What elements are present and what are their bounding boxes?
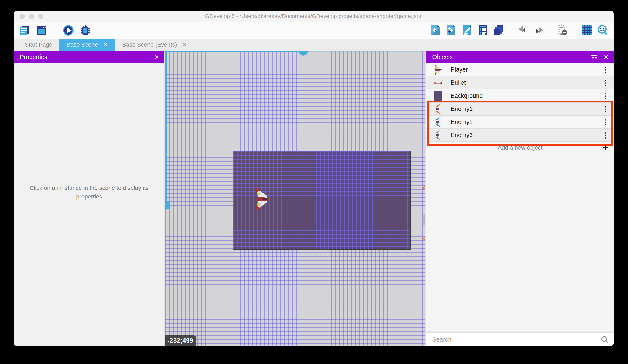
window-title: GDevelop 5 - /Users/dkarakay/Documents/G…	[205, 13, 423, 20]
properties-panel: Properties ✕ Click on an instance in the…	[14, 51, 164, 346]
title-bar: GDevelop 5 - /Users/dkarakay/Documents/G…	[14, 11, 614, 22]
zoom-1-1-icon[interactable]: 1:1	[597, 24, 609, 36]
clipped-enemy-instance[interactable]	[422, 185, 425, 190]
tab-base-scene-events[interactable]: Base Scene (Events) ✕	[115, 39, 194, 51]
cursor-coordinates: -232;499	[165, 335, 196, 346]
object-search-bar	[426, 333, 614, 346]
selection-edge-top-faint	[305, 51, 425, 52]
scene-variables-icon[interactable]	[445, 24, 457, 36]
enemy-ship-teal-icon	[433, 117, 443, 127]
resize-handle-left[interactable]	[165, 200, 170, 210]
purple-swatch-icon	[433, 90, 443, 101]
object-row-player[interactable]: Player ⋮	[426, 63, 614, 76]
undo-icon[interactable]	[517, 24, 529, 36]
debug-bug-icon[interactable]	[79, 24, 91, 36]
instances-list-icon[interactable]	[493, 24, 505, 36]
gdevelop-window: GDevelop 5 - /Users/dkarakay/Documents/G…	[14, 11, 614, 346]
zoom-window-button[interactable]	[38, 14, 43, 19]
object-menu-icon[interactable]: ⋮	[602, 79, 609, 86]
redo-icon[interactable]	[533, 24, 545, 36]
object-menu-icon[interactable]: ⋮	[602, 132, 609, 139]
tab-label: Base Scene (Events)	[122, 41, 177, 48]
close-panel-icon[interactable]: ✕	[604, 54, 609, 61]
clipped-enemy-instance[interactable]	[422, 236, 425, 241]
properties-empty-message: Click on an instance in the scene to dis…	[27, 184, 152, 201]
tab-bar: Start Page Base Scene ✕ Base Scene (Even…	[14, 39, 614, 51]
tab-start-page[interactable]: Start Page	[18, 39, 59, 51]
object-label: Enemy3	[451, 132, 473, 138]
filter-icon[interactable]	[590, 54, 597, 60]
project-manager-icon[interactable]	[18, 24, 31, 36]
object-row-bullet[interactable]: Bullet ⋮	[426, 76, 614, 89]
object-row-background[interactable]: Background ⋮	[426, 89, 614, 103]
selection-edge-top	[165, 51, 305, 52]
object-row-enemy2[interactable]: Enemy2 ⋮	[426, 116, 614, 129]
preview-play-icon[interactable]	[62, 24, 74, 36]
resize-handle-top[interactable]	[299, 51, 308, 56]
tab-label: Base Scene	[67, 41, 98, 48]
mask-disabled-icon[interactable]	[557, 24, 569, 36]
panel-title: Objects	[432, 54, 453, 61]
object-label: Player	[451, 66, 468, 73]
panel-title: Properties	[20, 54, 47, 61]
object-menu-icon[interactable]: ⋮	[602, 106, 609, 113]
search-icon[interactable]	[601, 335, 609, 344]
toolbar-separator	[511, 25, 511, 36]
player-ship-icon	[433, 64, 443, 75]
object-label: Background	[451, 92, 483, 99]
object-label: Enemy2	[451, 119, 473, 125]
objects-header: Objects ✕	[426, 51, 614, 63]
toolbar-separator	[550, 25, 551, 36]
object-menu-icon[interactable]: ⋮	[602, 66, 609, 73]
close-tab-icon[interactable]: ✕	[103, 41, 108, 48]
close-tab-icon[interactable]: ✕	[182, 41, 187, 48]
object-list: Player ⋮ Bullet ⋮ Background ⋮	[426, 63, 614, 142]
selection-edge-left-faint	[165, 205, 166, 346]
object-row-enemy1[interactable]: Enemy1 ⋮	[426, 103, 614, 116]
selection-edge-left	[165, 51, 167, 205]
enemy-ship-orange-icon	[433, 104, 443, 114]
close-window-button[interactable]	[20, 14, 25, 19]
enemy-ship-gray-icon	[433, 130, 443, 141]
add-object-row[interactable]: Add a new object +	[426, 142, 614, 154]
toolbar: 1:1	[14, 22, 614, 39]
main-area: Properties ✕ Click on an instance in the…	[14, 51, 614, 346]
object-menu-icon[interactable]: ⋮	[602, 119, 609, 126]
objects-panel: Objects ✕ Player ⋮	[426, 51, 614, 346]
tab-label: Start Page	[25, 41, 52, 48]
traffic-lights	[20, 11, 43, 22]
scene-canvas[interactable]: -232;499	[165, 51, 425, 346]
add-object-label: Add a new object	[498, 144, 543, 151]
object-label: Enemy1	[451, 106, 473, 112]
grid-icon[interactable]	[581, 24, 593, 36]
object-menu-icon[interactable]: ⋮	[602, 92, 609, 99]
toolbar-separator	[575, 25, 575, 36]
object-row-enemy3[interactable]: Enemy3 ⋮	[426, 129, 614, 142]
minimize-window-button[interactable]	[29, 14, 34, 19]
close-panel-icon[interactable]: ✕	[154, 54, 159, 61]
plus-icon[interactable]: +	[603, 143, 608, 152]
player-instance[interactable]	[254, 188, 271, 210]
red-bullet-icon	[433, 77, 443, 88]
object-label: Bullet	[451, 79, 466, 86]
search-input[interactable]	[432, 336, 601, 343]
open-events-icon[interactable]	[461, 24, 473, 36]
scene-properties-icon[interactable]	[429, 24, 441, 36]
layers-list-icon[interactable]	[477, 24, 489, 36]
scene-window-icon[interactable]	[36, 24, 48, 36]
toolbar-separator	[55, 25, 55, 36]
svg-text:1:1: 1:1	[600, 28, 605, 31]
properties-header: Properties ✕	[14, 51, 164, 63]
canvas-scrollbar[interactable]	[423, 214, 425, 226]
tab-base-scene[interactable]: Base Scene ✕	[59, 39, 115, 51]
